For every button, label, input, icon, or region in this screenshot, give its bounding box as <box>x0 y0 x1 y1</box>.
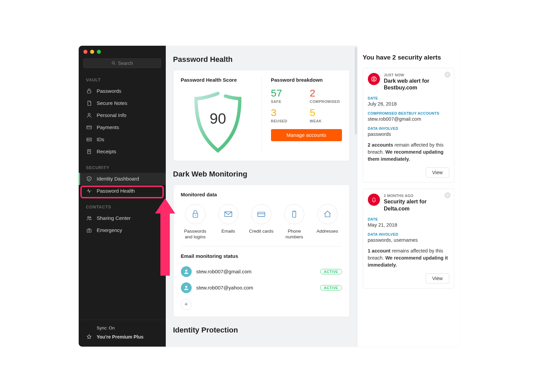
sidebar-item-secure-notes[interactable]: Secure Notes <box>79 97 166 109</box>
email-monitoring-label: Email monitoring status <box>181 253 342 259</box>
stat-weak-number: 5 <box>310 108 342 118</box>
sidebar-item-receipts[interactable]: Receipts <box>79 146 166 158</box>
alert-card-delta: ✕ 2 MONTHS AGO Security alert for Delta.… <box>363 189 454 288</box>
scrollbar[interactable] <box>355 47 357 134</box>
avatar <box>181 282 192 293</box>
stat-safe-number: 57 <box>271 88 303 98</box>
card-icon <box>86 124 92 130</box>
password-health-card: Password Health Score 90 <box>173 70 350 161</box>
alert-date: July 26, 2018 <box>368 101 449 107</box>
plan-status[interactable]: You're Premium Plus <box>86 334 158 340</box>
svg-point-3 <box>88 113 90 115</box>
sidebar-item-label: Secure Notes <box>97 100 127 106</box>
sync-status: Sync: On <box>97 325 158 330</box>
password-health-heading: Password Health <box>173 55 350 64</box>
svg-rect-4 <box>87 126 91 129</box>
stat-weak-label: WEAK <box>310 119 342 123</box>
alert-time: 2 MONTHS AGO <box>384 194 449 198</box>
monitored-phone[interactable]: Phone numbers <box>280 204 309 240</box>
sidebar-item-label: Payments <box>97 124 119 130</box>
svg-point-25 <box>185 270 187 272</box>
svg-point-0 <box>112 62 114 64</box>
monitored-label: Passwords and logins <box>181 228 210 240</box>
sidebar-item-personal-info[interactable]: Personal Info <box>79 109 166 121</box>
note-icon <box>86 100 92 106</box>
star-icon <box>86 334 92 340</box>
zoom-window-button[interactable] <box>97 50 101 54</box>
status-badge: ACTIVE <box>320 285 342 290</box>
health-score-shield-icon: 90 <box>189 90 246 154</box>
sidebar-item-identity-dashboard[interactable]: Identity Dashboard <box>79 173 166 185</box>
sidebar-item-passwords[interactable]: Passwords <box>79 85 166 97</box>
alert-date-label: DATE <box>368 217 449 221</box>
sidebar-footer: Sync: On You're Premium Plus <box>79 320 166 347</box>
alerts-heading: You have 2 security alerts <box>363 54 454 61</box>
lock-icon <box>86 88 92 94</box>
person-icon <box>183 285 189 291</box>
view-alert-button[interactable]: View <box>426 273 449 283</box>
monitored-addresses[interactable]: Addresses <box>313 204 342 240</box>
manage-accounts-button[interactable]: Manage accounts <box>271 129 342 141</box>
dismiss-alert-button[interactable]: ✕ <box>445 192 451 198</box>
plan-label: You're Premium Plus <box>97 334 144 340</box>
avatar <box>181 266 192 277</box>
breakdown-label: Password breakdown <box>271 77 342 83</box>
view-alert-button[interactable]: View <box>426 167 449 178</box>
stat-compromised-number: 2 <box>310 88 342 98</box>
status-badge: ACTIVE <box>320 269 342 274</box>
alert-data: passwords, usernames <box>368 237 449 243</box>
health-score-panel: Password Health Score 90 <box>181 77 262 154</box>
search-input[interactable]: Search <box>83 58 161 68</box>
stat-reused-label: REUSED <box>271 119 303 123</box>
add-email-button[interactable]: + <box>181 299 192 310</box>
dismiss-alert-button[interactable]: ✕ <box>445 72 451 78</box>
person-icon <box>183 269 189 275</box>
stat-reused: 3 REUSED <box>271 108 303 123</box>
sidebar-item-label: Sharing Center <box>97 215 131 221</box>
health-score-label: Password Health Score <box>181 77 255 83</box>
stat-safe: 57 SAFE <box>271 88 303 104</box>
monitored-data-row: Passwords and logins Emails Credit cards… <box>181 202 342 246</box>
alert-data-label: DATA INVOLVED <box>368 126 449 130</box>
dark-web-card: Monitored data Passwords and logins Emai… <box>173 185 350 317</box>
sidebar-item-label: Identity Dashboard <box>97 176 139 182</box>
alert-body: 1 account remains affected by this breac… <box>368 247 449 269</box>
email-address: stew.rob007@yahoo.com <box>196 285 254 290</box>
home-icon <box>323 209 332 219</box>
monitored-credit-cards[interactable]: Credit cards <box>247 204 276 240</box>
phone-icon <box>290 209 299 219</box>
minimize-window-button[interactable] <box>90 50 94 54</box>
sidebar-item-label: Password Health <box>97 188 135 194</box>
stat-weak: 5 WEAK <box>310 108 342 123</box>
card-icon <box>257 209 266 219</box>
svg-point-26 <box>185 286 187 288</box>
alert-data-label: DATA INVOLVED <box>368 232 449 236</box>
monitored-email-row: stew.rob007@gmail.com ACTIVE <box>181 264 342 280</box>
stat-compromised: 2 COMPROMISED <box>310 88 342 104</box>
monitored-passwords[interactable]: Passwords and logins <box>181 204 210 240</box>
main-content: Password Health Password Health Score <box>166 46 357 347</box>
alert-accounts-label: COMPROMISED BESTBUY ACCOUNTS <box>368 111 449 115</box>
svg-point-7 <box>87 139 88 140</box>
close-window-button[interactable] <box>83 50 87 54</box>
sidebar-item-label: Emergency <box>97 227 122 233</box>
alert-time: JUST NOW <box>384 73 449 77</box>
stat-compromised-label: COMPROMISED <box>310 100 342 104</box>
monitored-emails[interactable]: Emails <box>214 204 243 240</box>
monitored-email-row: stew.rob007@yahoo.com ACTIVE <box>181 280 342 296</box>
sidebar-item-ids[interactable]: IDs <box>79 133 166 146</box>
alert-title: Dark web alert for Bestbuy.com <box>384 78 449 92</box>
sidebar-item-payments[interactable]: Payments <box>79 121 166 133</box>
sidebar-item-label: Receipts <box>97 149 116 154</box>
alert-accounts: stew.rob007@gmail.com <box>368 116 449 122</box>
search-icon <box>111 61 116 66</box>
pulse-icon <box>86 188 92 194</box>
alert-data: passwords <box>368 131 449 137</box>
identity-protection-heading: Identity Protection <box>173 326 350 335</box>
receipt-icon <box>86 149 92 155</box>
svg-line-1 <box>114 64 115 65</box>
monitored-data-label: Monitored data <box>181 192 342 197</box>
lock-icon <box>191 209 200 219</box>
dark-web-heading: Dark Web Monitoring <box>173 170 350 179</box>
section-vault-label: VAULT <box>79 70 166 85</box>
